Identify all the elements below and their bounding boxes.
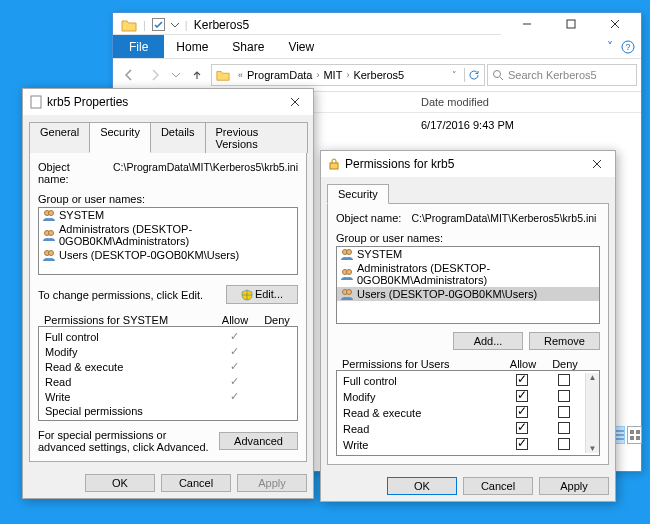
cancel-button[interactable]: Cancel [161, 474, 231, 492]
cancel-button[interactable]: Cancel [463, 477, 533, 495]
edit-button[interactable]: Edit... [226, 285, 298, 304]
group-list[interactable]: SYSTEM Administrators (DESKTOP-0GOB0KM\A… [336, 246, 600, 324]
svg-point-25 [49, 231, 54, 236]
breadcrumb-seg[interactable]: MIT [323, 69, 342, 81]
breadcrumb-dropdown-icon[interactable]: ˅ [448, 70, 461, 80]
deny-checkbox[interactable] [558, 374, 570, 386]
remove-button[interactable]: Remove [529, 332, 600, 350]
deny-checkbox[interactable] [558, 390, 570, 402]
allow-checkbox[interactable] [516, 390, 528, 402]
perm-row: Read✓ [39, 374, 297, 389]
view-large-icon[interactable] [627, 426, 642, 444]
ribbon-expand-icon[interactable]: ˅ [599, 40, 621, 54]
explorer-titlebar [501, 13, 641, 35]
perm-row: Read [337, 421, 585, 437]
group-label: Group or user names: [336, 232, 600, 244]
help-icon[interactable]: ? [621, 40, 635, 54]
file-date: 6/17/2016 9:43 PM [421, 119, 514, 131]
nav-back[interactable] [117, 63, 141, 87]
allow-checkbox[interactable] [516, 406, 528, 418]
users-icon [340, 248, 354, 260]
perm-row: Read & execute✓ [39, 359, 297, 374]
allow-header: Allow [502, 358, 544, 370]
permissions-dialog: Permissions for krb5 Security Object nam… [320, 150, 616, 502]
shield-icon [241, 289, 253, 301]
object-name-value: C:\ProgramData\MIT\Kerberos5\krb5.ini [113, 161, 298, 185]
close-button[interactable] [593, 10, 637, 38]
deny-checkbox[interactable] [558, 406, 570, 418]
col-date[interactable]: Date modified [413, 92, 498, 112]
ribbon-view[interactable]: View [276, 36, 326, 58]
apply-button[interactable]: Apply [237, 474, 307, 492]
add-button[interactable]: Add... [453, 332, 523, 350]
perm-row: Read & execute [337, 405, 585, 421]
advanced-button[interactable]: Advanced [219, 432, 298, 450]
close-button[interactable] [283, 90, 307, 114]
ok-button[interactable]: OK [387, 477, 457, 495]
permissions-title: Permissions for krb5 [341, 157, 585, 171]
advanced-hint: For special permissions or advanced sett… [38, 429, 213, 453]
group-label: Group or user names: [38, 193, 298, 205]
permissions-tabs: Security [321, 177, 615, 203]
allow-checkbox[interactable] [516, 438, 528, 450]
change-hint: To change permissions, click Edit. [38, 289, 226, 301]
ribbon-home[interactable]: Home [164, 36, 220, 58]
svg-rect-17 [630, 436, 634, 440]
search-box[interactable]: Search Kerberos5 [487, 64, 637, 86]
svg-point-34 [347, 270, 352, 275]
tab-details[interactable]: Details [150, 122, 206, 153]
chevron-right-icon: › [312, 70, 323, 80]
svg-point-7 [494, 71, 501, 78]
allow-check-icon: ✓ [213, 345, 255, 358]
group-item[interactable]: Administrators (DESKTOP-0GOB0KM\Administ… [337, 261, 599, 287]
deny-checkbox[interactable] [558, 422, 570, 434]
group-list[interactable]: SYSTEM Administrators (DESKTOP-0GOB0KM\A… [38, 207, 298, 275]
tab-security[interactable]: Security [89, 122, 151, 153]
dropdown-icon[interactable] [171, 21, 179, 29]
minimize-button[interactable] [505, 10, 549, 38]
perm-row: Modify [337, 389, 585, 405]
allow-checkbox[interactable] [516, 374, 528, 386]
nav-up[interactable] [185, 63, 209, 87]
checkbox-icon[interactable] [152, 18, 165, 31]
ribbon-file[interactable]: File [113, 35, 164, 58]
breadcrumb-chevron[interactable]: « [234, 70, 247, 80]
ribbon: File Home Share View ˅ ? [113, 35, 641, 59]
group-item[interactable]: SYSTEM [337, 247, 599, 261]
security-pane: Object name: C:\ProgramData\MIT\Kerberos… [29, 152, 307, 462]
ribbon-share[interactable]: Share [220, 36, 276, 58]
scroll-down-icon[interactable]: ▼ [589, 444, 597, 453]
tab-previous-versions[interactable]: Previous Versions [205, 122, 308, 153]
svg-point-36 [347, 290, 352, 295]
scroll-up-icon[interactable]: ▲ [589, 373, 597, 382]
breadcrumb-seg[interactable]: ProgramData [247, 69, 312, 81]
perm-row: Full control [337, 373, 585, 389]
object-name-label: Object name: [38, 161, 103, 185]
apply-button[interactable]: Apply [539, 477, 609, 495]
lock-icon [327, 157, 341, 171]
breadcrumb[interactable]: « ProgramData› MIT› Kerberos5 ˅ [211, 64, 485, 86]
close-button[interactable] [585, 152, 609, 176]
nav-forward[interactable] [143, 63, 167, 87]
permissions-pane: Object name: C:\ProgramData\MIT\Kerberos… [327, 203, 609, 465]
maximize-button[interactable] [549, 10, 593, 38]
deny-header: Deny [256, 314, 298, 326]
scrollbar[interactable]: ▲▼ [585, 373, 599, 453]
refresh-icon[interactable] [468, 69, 480, 81]
allow-check-icon: ✓ [213, 390, 255, 403]
tab-security[interactable]: Security [327, 184, 389, 204]
allow-header: Allow [214, 314, 256, 326]
search-icon [492, 69, 504, 81]
group-item-selected[interactable]: Users (DESKTOP-0GOB0KM\Users) [337, 287, 599, 301]
ok-button[interactable]: OK [85, 474, 155, 492]
file-icon [29, 95, 43, 109]
deny-header: Deny [544, 358, 586, 370]
folder-icon [121, 18, 137, 32]
tab-general[interactable]: General [29, 122, 90, 153]
allow-checkbox[interactable] [516, 422, 528, 434]
users-icon [42, 229, 56, 241]
deny-checkbox[interactable] [558, 438, 570, 450]
breadcrumb-seg[interactable]: Kerberos5 [353, 69, 404, 81]
nav-recent[interactable] [169, 63, 183, 87]
svg-rect-19 [31, 96, 41, 108]
